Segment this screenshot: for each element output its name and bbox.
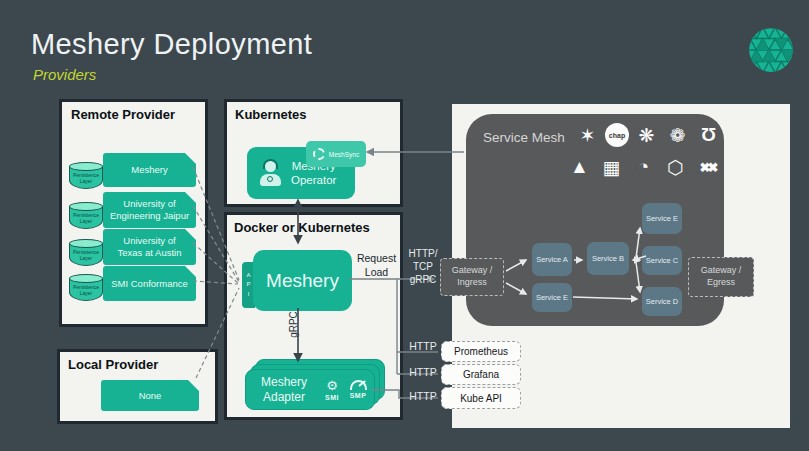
mesh-logo-icon: ⬡ (662, 153, 689, 181)
provider-univ-jaipur: University of Engineering Jaipur (103, 192, 196, 228)
mesh-logo-icon: ❁ (664, 121, 691, 149)
gateway-egress: Gateway / Egress (688, 257, 754, 297)
mesh-logo-icon: ❋ (633, 121, 660, 149)
service-c: Service C (642, 246, 682, 275)
mesh-logo-row-1: ✶ chap ❋ ❁ Ʊ (574, 121, 722, 149)
prometheus-box: Prometheus (441, 341, 521, 362)
remote-provider-title: Remote Provider (71, 107, 175, 122)
request-load-label: Request Load (353, 252, 400, 279)
local-provider-title: Local Provider (68, 357, 158, 372)
gateway-ingress: Gateway / Ingress (440, 258, 504, 296)
service-e-top: Service E (642, 203, 682, 234)
slide: Meshery Deployment Providers Remote Prov… (0, 0, 809, 451)
provider-none: None (101, 380, 199, 411)
page-title: Meshery Deployment (31, 28, 312, 61)
smi-label: SMI (325, 394, 339, 401)
persistence-label: Persistence Layer (69, 284, 103, 296)
kube-api-box: Kube API (441, 387, 521, 409)
service-e-bottom: Service E (532, 283, 572, 312)
protocol-label-http-1: HTTP (403, 340, 443, 354)
service-b: Service B (587, 242, 629, 275)
mesh-logo-icon: Ʊ (695, 121, 722, 149)
mesh-logo-icon: ◔ (630, 153, 657, 181)
sync-icon (313, 148, 325, 160)
grafana-box: Grafana (441, 364, 521, 385)
smp-icon: SMP (345, 380, 371, 399)
smi-icon: ⚙ SMI (319, 379, 345, 401)
service-mesh-box: Service Mesh ✶ chap ❋ ❁ Ʊ ▲ ▦ ◔ ⬡ ✖✖ Ser… (466, 114, 724, 326)
meshery-logo-icon (746, 25, 796, 75)
service-d: Service D (642, 287, 682, 316)
operator-icon (255, 158, 285, 188)
meshery-label: Meshery (266, 270, 339, 292)
mesh-logo-icon: ✖✖ (694, 153, 721, 181)
provider-univ-texas: University of Texas at Austin (103, 229, 196, 265)
protocol-label-http-2: HTTP (403, 366, 443, 380)
meshery-adapter-box: Meshery Adapter ⚙ SMI SMP (245, 369, 375, 410)
persistence-db-icon: Persistence Layer (69, 202, 103, 229)
docker-kubernetes-title: Docker or Kubernetes (234, 220, 370, 235)
remote-provider-panel: Remote Provider Persistence Layer Persis… (59, 99, 208, 327)
persistence-db-icon: Persistence Layer (69, 274, 103, 301)
docker-kubernetes-panel: Docker or Kubernetes A P I Meshery Reque… (224, 212, 403, 420)
local-provider-panel: Local Provider None (57, 349, 218, 424)
kubernetes-title: Kubernetes (235, 107, 307, 122)
meshsync-label: MeshSync (329, 151, 359, 158)
protocol-label-main: HTTP/ TCP gRPC (400, 247, 446, 286)
persistence-db-icon: Persistence Layer (69, 162, 103, 189)
meshery-adapter-label: Meshery Adapter (249, 375, 319, 405)
persistence-label: Persistence Layer (69, 212, 103, 224)
meshsync-box: MeshSync (306, 141, 366, 167)
persistence-label: Persistence Layer (69, 172, 103, 184)
smp-label: SMP (350, 392, 367, 399)
persistence-db-icon: Persistence Layer (69, 239, 103, 266)
page-subtitle: Providers (33, 66, 96, 83)
mesh-logo-row-2: ▲ ▦ ◔ ⬡ ✖✖ (566, 153, 721, 181)
provider-meshery: Meshery (103, 153, 196, 187)
service-mesh-title: Service Mesh (483, 130, 565, 145)
mesh-logo-icon: chap (605, 123, 629, 147)
protocol-label-http-3: HTTP (403, 390, 443, 404)
provider-smi-conformance: SMI Conformance (103, 266, 196, 301)
mesh-logo-icon: ✶ (574, 121, 601, 149)
mesh-logo-icon: ▲ (566, 153, 593, 181)
service-a: Service A (532, 243, 572, 276)
persistence-label: Persistence Layer (69, 249, 103, 261)
meshery-box: Meshery (253, 250, 352, 311)
kubernetes-panel: Kubernetes Meshery Operator MeshSync (224, 99, 403, 207)
mesh-logo-icon: ▦ (598, 153, 625, 181)
